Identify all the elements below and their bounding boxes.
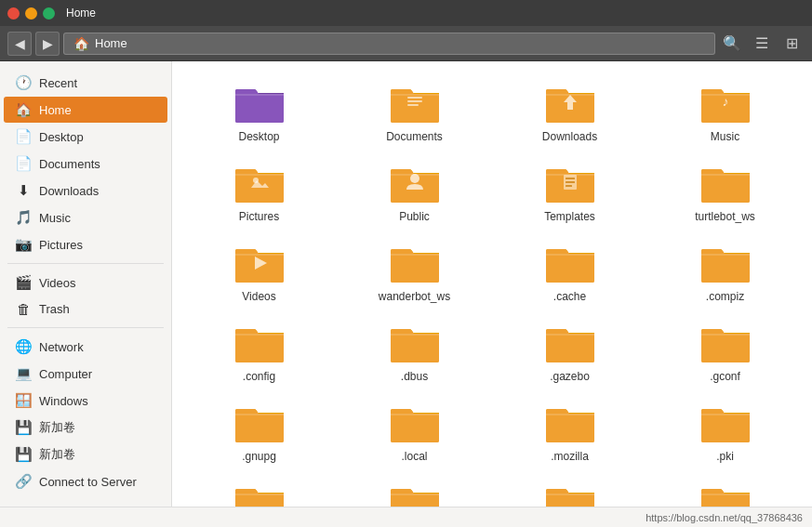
folder-icon [699, 242, 752, 284]
svg-point-7 [410, 174, 419, 183]
file-label: wanderbot_ws [379, 290, 450, 303]
file-label: Music [711, 130, 739, 143]
file-item-dot-rviz[interactable]: .rviz [492, 470, 647, 507]
trash-icon: 🗑 [15, 301, 32, 317]
file-item-dot-sdformat[interactable]: .sdformat [647, 470, 803, 507]
file-label: .gnupg [242, 450, 276, 463]
folder-icon [389, 82, 441, 125]
sidebar: 🕐Recent🏠Home📄Desktop📄Documents⬇Downloads… [0, 61, 172, 507]
sidebar-item-pictures[interactable]: 📷Pictures [4, 231, 167, 257]
sidebar-label-trash: Trash [39, 302, 70, 316]
downloads-icon: ⬇ [15, 182, 32, 199]
newvol1-icon: 💾 [15, 419, 32, 436]
folder-icon [233, 322, 286, 364]
sidebar-label-recent: Recent [39, 76, 77, 90]
file-item-dot-presage[interactable]: .presage [181, 470, 337, 507]
file-item-Documents[interactable]: Documents [337, 71, 492, 151]
file-item-Templates[interactable]: Templates [492, 151, 647, 231]
file-label: .compiz [706, 290, 744, 303]
sidebar-item-desktop[interactable]: 📄Desktop [4, 124, 167, 150]
file-label: Desktop [238, 130, 279, 143]
file-item-dot-config[interactable]: .config [181, 310, 337, 390]
file-item-dot-cache[interactable]: .cache [492, 231, 647, 310]
file-label: .gazebo [550, 370, 590, 383]
videos-icon: 🎬 [15, 274, 32, 291]
music-icon: 🎵 [15, 209, 32, 226]
svg-rect-0 [407, 97, 422, 99]
file-item-wanderbot_ws[interactable]: wanderbot_ws [337, 231, 492, 310]
close-button[interactable] [7, 7, 20, 20]
sidebar-label-documents: Documents [39, 157, 100, 171]
sidebar-label-computer: Computer [39, 367, 92, 381]
grid-view-button[interactable]: ⊞ [779, 31, 805, 57]
file-item-Desktop[interactable]: Desktop [181, 71, 337, 151]
folder-icon [389, 402, 441, 444]
file-label: Public [399, 210, 430, 223]
file-item-Public[interactable]: Public [337, 151, 492, 231]
location-bar[interactable]: 🏠 Home [63, 33, 715, 55]
file-label: Videos [242, 290, 275, 303]
file-label: Templates [544, 210, 595, 223]
folder-icon [699, 402, 752, 444]
sidebar-item-home[interactable]: 🏠Home [4, 97, 167, 123]
file-label: Downloads [542, 130, 597, 143]
sidebar-item-newvol1[interactable]: 💾新加卷 [4, 415, 167, 441]
sidebar-item-newvol2[interactable]: 💾新加卷 [4, 441, 167, 468]
folder-icon [544, 82, 596, 125]
file-item-dot-dbus[interactable]: .dbus [337, 310, 492, 390]
folder-icon [699, 162, 752, 204]
sidebar-item-videos[interactable]: 🎬Videos [4, 270, 167, 296]
back-button[interactable]: ◀ [7, 32, 32, 56]
folder-icon [389, 322, 441, 364]
sidebar-item-downloads[interactable]: ⬇Downloads [4, 178, 167, 204]
file-item-Music[interactable]: ♪ Music [647, 71, 803, 151]
sidebar-item-trash[interactable]: 🗑Trash [4, 296, 167, 322]
sidebar-item-documents[interactable]: 📄Documents [4, 151, 167, 177]
file-item-dot-gconf[interactable]: .gconf [647, 310, 803, 390]
network-icon: 🌐 [15, 338, 32, 355]
file-item-dot-gazebo[interactable]: .gazebo [492, 310, 647, 390]
file-item-dot-gnupg[interactable]: .gnupg [181, 390, 337, 470]
folder-icon [544, 481, 596, 507]
folder-icon [389, 242, 441, 284]
sidebar-label-downloads: Downloads [39, 184, 99, 198]
minimize-button[interactable] [25, 7, 37, 20]
file-item-dot-local[interactable]: .local [337, 390, 492, 470]
home-icon: 🏠 [15, 101, 32, 118]
file-item-dot-compiz[interactable]: .compiz [647, 231, 803, 310]
folder-icon [389, 162, 441, 204]
home-icon: 🏠 [73, 36, 89, 51]
file-label: turtlebot_ws [695, 210, 755, 223]
folder-icon [699, 322, 752, 364]
file-grid: Desktop Documents Downloads ♪ Music Pict… [181, 71, 803, 507]
sidebar-item-music[interactable]: 🎵Music [4, 204, 167, 231]
svg-rect-10 [566, 181, 575, 183]
sidebar-label-desktop: Desktop [39, 130, 84, 144]
sidebar-item-network[interactable]: 🌐Network [4, 334, 167, 360]
file-item-dot-ros[interactable]: .ros [337, 470, 492, 507]
maximize-button[interactable] [43, 7, 55, 20]
folder-icon [544, 402, 596, 444]
sidebar-label-network: Network [39, 340, 84, 354]
file-item-dot-pki[interactable]: .pki [647, 390, 803, 470]
svg-rect-1 [407, 100, 422, 102]
folder-icon [699, 481, 752, 507]
sidebar-item-connect[interactable]: 🔗Connect to Server [4, 468, 167, 494]
file-item-dot-mozilla[interactable]: .mozilla [492, 390, 647, 470]
forward-button[interactable]: ▶ [35, 32, 60, 56]
sidebar-item-windows[interactable]: 🪟Windows [4, 388, 167, 414]
folder-icon [544, 322, 596, 364]
svg-text:♪: ♪ [722, 94, 728, 109]
sidebar-label-music: Music [39, 211, 71, 225]
file-item-turtlebot_ws[interactable]: turtlebot_ws [647, 151, 803, 231]
toolbar: ◀ ▶ 🏠 Home 🔍 ☰ ⊞ [0, 26, 812, 61]
file-item-Videos[interactable]: Videos [181, 231, 337, 310]
list-view-button[interactable]: ☰ [749, 31, 775, 57]
file-item-Pictures[interactable]: Pictures [181, 151, 337, 231]
connect-icon: 🔗 [15, 473, 32, 490]
sidebar-item-computer[interactable]: 💻Computer [4, 361, 167, 387]
sidebar-item-recent[interactable]: 🕐Recent [4, 70, 167, 96]
search-button[interactable]: 🔍 [719, 31, 745, 57]
file-label: .mozilla [551, 450, 589, 463]
file-item-Downloads[interactable]: Downloads [492, 71, 647, 151]
